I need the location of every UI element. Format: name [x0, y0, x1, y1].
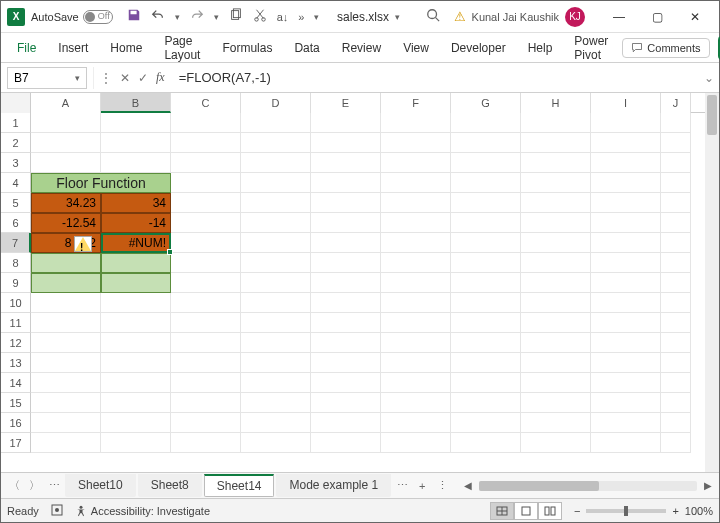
row-header-11[interactable]: 11	[1, 313, 31, 333]
autosave-toggle[interactable]: AutoSave Off	[31, 10, 113, 24]
cell-C5[interactable]	[171, 193, 241, 213]
cell-A17[interactable]	[31, 433, 101, 453]
sheet-nav-next[interactable]: 〉	[25, 478, 43, 493]
filename-dropdown-icon[interactable]: ▾	[395, 12, 400, 22]
cell-B7[interactable]: #NUM!	[101, 233, 171, 253]
cell-J15[interactable]	[661, 393, 691, 413]
cell-E1[interactable]	[311, 113, 381, 133]
cell-H5[interactable]	[521, 193, 591, 213]
tab-file[interactable]: File	[7, 35, 46, 61]
vertical-scroll-thumb[interactable]	[707, 95, 717, 135]
cell-H10[interactable]	[521, 293, 591, 313]
undo-icon[interactable]	[151, 8, 165, 25]
cell-A14[interactable]	[31, 373, 101, 393]
cell-I17[interactable]	[591, 433, 661, 453]
cell-E14[interactable]	[311, 373, 381, 393]
zoom-thumb[interactable]	[624, 506, 628, 516]
cell-A4[interactable]: Floor Function	[31, 173, 171, 193]
cell-E3[interactable]	[311, 153, 381, 173]
cell-D9[interactable]	[241, 273, 311, 293]
undo-dropdown-icon[interactable]: ▾	[175, 12, 180, 22]
cell-J12[interactable]	[661, 333, 691, 353]
cell-J14[interactable]	[661, 373, 691, 393]
sheet-tab-sheet8[interactable]: Sheet8	[138, 474, 202, 497]
cell-J16[interactable]	[661, 413, 691, 433]
cell-C2[interactable]	[171, 133, 241, 153]
cell-A1[interactable]	[31, 113, 101, 133]
cell-J11[interactable]	[661, 313, 691, 333]
cell-C17[interactable]	[171, 433, 241, 453]
cell-G3[interactable]	[451, 153, 521, 173]
sort-asc-icon[interactable]: a↓	[277, 11, 289, 23]
cell-E7[interactable]	[311, 233, 381, 253]
cell-F13[interactable]	[381, 353, 451, 373]
column-header-A[interactable]: A	[31, 93, 101, 113]
cell-A10[interactable]	[31, 293, 101, 313]
cell-H16[interactable]	[521, 413, 591, 433]
view-normal[interactable]	[490, 502, 514, 520]
cell-A2[interactable]	[31, 133, 101, 153]
cell-E12[interactable]	[311, 333, 381, 353]
cell-A9[interactable]	[31, 273, 101, 293]
cell-A12[interactable]	[31, 333, 101, 353]
cell-H17[interactable]	[521, 433, 591, 453]
sheet-overflow[interactable]: ⋯	[393, 479, 411, 492]
cell-F16[interactable]	[381, 413, 451, 433]
cell-H4[interactable]	[521, 173, 591, 193]
cell-E15[interactable]	[311, 393, 381, 413]
tab-formulas[interactable]: Formulas	[212, 35, 282, 61]
name-box[interactable]: B7 ▾	[7, 67, 87, 89]
cell-D6[interactable]	[241, 213, 311, 233]
row-header-4[interactable]: 4	[1, 173, 31, 193]
cell-A15[interactable]	[31, 393, 101, 413]
cell-G11[interactable]	[451, 313, 521, 333]
row-header-7[interactable]: 7	[1, 233, 31, 253]
cell-I14[interactable]	[591, 373, 661, 393]
cell-H2[interactable]	[521, 133, 591, 153]
cell-F12[interactable]	[381, 333, 451, 353]
cell-C10[interactable]	[171, 293, 241, 313]
cell-I16[interactable]	[591, 413, 661, 433]
column-header-G[interactable]: G	[451, 93, 521, 113]
row-header-5[interactable]: 5	[1, 193, 31, 213]
cell-G4[interactable]	[451, 173, 521, 193]
cell-G13[interactable]	[451, 353, 521, 373]
sheet-tab-sheet10[interactable]: Sheet10	[65, 474, 136, 497]
macro-record-icon[interactable]	[51, 504, 63, 518]
cell-G8[interactable]	[451, 253, 521, 273]
view-page-layout[interactable]	[514, 502, 538, 520]
select-all-corner[interactable]	[1, 93, 31, 113]
cell-B11[interactable]	[101, 313, 171, 333]
cell-A8[interactable]	[31, 253, 101, 273]
save-icon[interactable]	[127, 8, 141, 25]
cell-J4[interactable]	[661, 173, 691, 193]
fill-handle[interactable]	[167, 249, 173, 255]
cell-E8[interactable]	[311, 253, 381, 273]
cell-E6[interactable]	[311, 213, 381, 233]
cell-D7[interactable]	[241, 233, 311, 253]
name-box-dropdown-icon[interactable]: ▾	[75, 73, 80, 83]
redo-dropdown-icon[interactable]: ▾	[214, 12, 219, 22]
cancel-icon[interactable]: ✕	[120, 71, 130, 85]
cell-A5[interactable]: 34.23	[31, 193, 101, 213]
redo-icon[interactable]	[190, 8, 204, 25]
cell-J2[interactable]	[661, 133, 691, 153]
search-icon[interactable]	[426, 8, 440, 25]
cell-E5[interactable]	[311, 193, 381, 213]
cell-F17[interactable]	[381, 433, 451, 453]
cell-B3[interactable]	[101, 153, 171, 173]
cell-J1[interactable]	[661, 113, 691, 133]
cell-F9[interactable]	[381, 273, 451, 293]
cell-C12[interactable]	[171, 333, 241, 353]
cell-H1[interactable]	[521, 113, 591, 133]
row-header-14[interactable]: 14	[1, 373, 31, 393]
copy-icon[interactable]	[229, 8, 243, 25]
cell-E17[interactable]	[311, 433, 381, 453]
more-icon[interactable]: ⋮	[100, 71, 112, 85]
cell-H13[interactable]	[521, 353, 591, 373]
sheet-nav-more[interactable]: ⋯	[45, 479, 63, 492]
row-header-2[interactable]: 2	[1, 133, 31, 153]
accessibility-status[interactable]: Accessibility: Investigate	[75, 505, 210, 517]
zoom-in[interactable]: +	[672, 505, 678, 517]
cell-G5[interactable]	[451, 193, 521, 213]
